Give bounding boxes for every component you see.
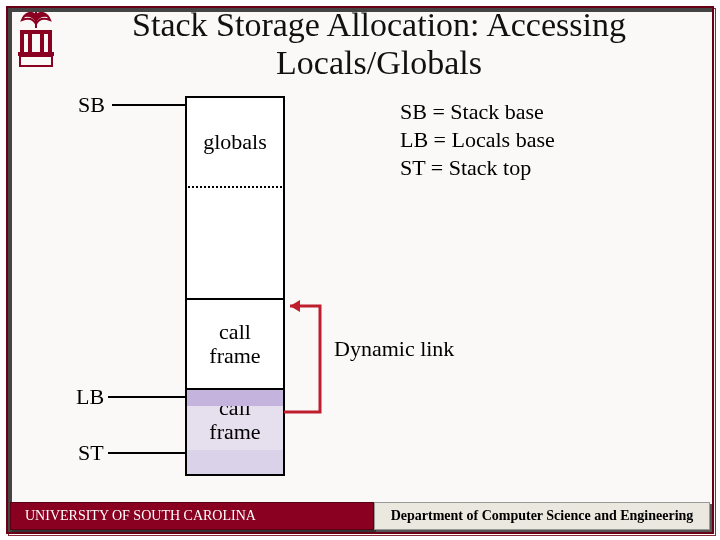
dynamic-link-label: Dynamic link xyxy=(334,336,454,362)
dynamic-link-slot xyxy=(187,390,283,406)
svg-rect-1 xyxy=(20,34,24,52)
stack-cell-frame-1: call frame xyxy=(185,298,285,388)
footer: UNIVERSITY OF SOUTH CAROLINA Department … xyxy=(10,502,710,530)
pointer-label-sb: SB xyxy=(78,92,105,118)
legend: SB = Stack base LB = Locals base ST = St… xyxy=(400,98,555,182)
pointer-line-st xyxy=(108,452,185,454)
stack-column: globals call frame call frame xyxy=(185,96,285,476)
svg-rect-3 xyxy=(40,34,44,52)
legend-line: LB = Locals base xyxy=(400,126,555,154)
pointer-line-lb xyxy=(108,396,185,398)
pointer-label-lb: LB xyxy=(76,384,104,410)
slide-title: Stack Storage Allocation: Accessing Loca… xyxy=(48,6,710,82)
footer-university: UNIVERSITY OF SOUTH CAROLINA xyxy=(10,502,374,530)
legend-line: SB = Stack base xyxy=(400,98,555,126)
svg-rect-2 xyxy=(28,34,32,52)
stack-cell-label: globals xyxy=(203,130,267,154)
stack-cell-gap xyxy=(185,186,285,298)
pointer-line-sb xyxy=(112,104,185,106)
stack-cell-partial xyxy=(185,450,285,476)
footer-department: Department of Computer Science and Engin… xyxy=(374,502,710,530)
legend-line: ST = Stack top xyxy=(400,154,555,182)
pointer-label-st: ST xyxy=(78,440,104,466)
stack-cell-label: call frame xyxy=(209,320,260,368)
stack-cell-globals: globals xyxy=(185,96,285,186)
